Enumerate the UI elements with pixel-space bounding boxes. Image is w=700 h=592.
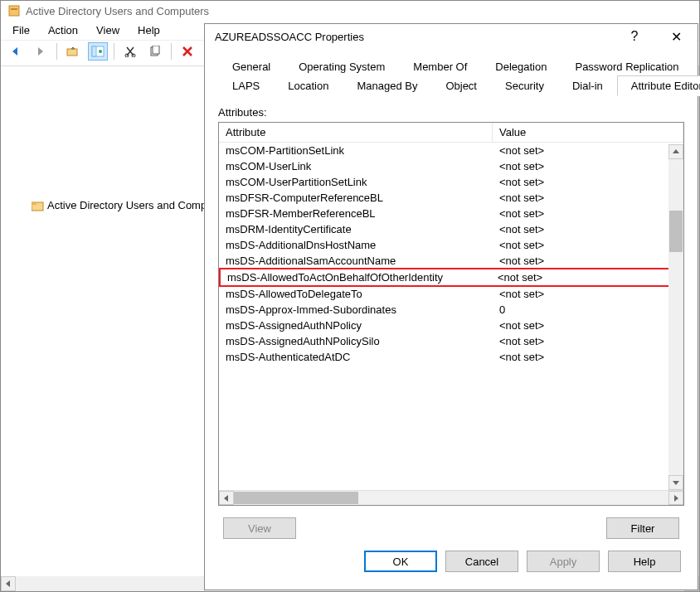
scroll-right-icon[interactable] (668, 491, 683, 505)
attribute-value: <not set> (493, 191, 683, 205)
menu-help[interactable]: Help (129, 22, 168, 38)
up-folder-button[interactable] (63, 42, 83, 61)
close-icon[interactable]: ✕ (664, 29, 688, 45)
attribute-value: <not set> (493, 254, 683, 268)
properties-titlebar: AZUREADSSOACC Properties ? ✕ (205, 24, 698, 50)
svg-rect-0 (9, 6, 19, 16)
attribute-name: msDS-AssignedAuthNPolicySilo (219, 334, 493, 348)
attribute-name: msCOM-PartitionSetLink (219, 143, 493, 158)
toolbar-sep (56, 43, 57, 60)
properties-content: GeneralOperating SystemMember OfDelegati… (205, 50, 698, 584)
ok-button[interactable]: OK (364, 551, 437, 572)
cut-button[interactable] (120, 42, 140, 61)
svg-rect-4 (92, 46, 96, 56)
tab-general[interactable]: General (218, 56, 284, 76)
properties-title-text: AZUREADSSOACC Properties (215, 31, 364, 43)
dialog-button-row: OK Cancel Apply Help (218, 542, 684, 574)
attribute-row[interactable]: msDS-AllowedToDelegateTo<not set> (219, 286, 683, 302)
list-header: Attribute Value (219, 123, 683, 143)
attributes-hscroll[interactable] (219, 490, 683, 505)
properties-dialog: AZUREADSSOACC Properties ? ✕ GeneralOper… (204, 23, 698, 590)
tab-strip: GeneralOperating SystemMember OfDelegati… (218, 56, 684, 96)
attribute-row[interactable]: msDS-AllowedToActOnBehalfOfOtherIdentity… (219, 268, 678, 287)
attribute-value: 0 (493, 303, 683, 317)
list-rows[interactable]: msCOM-PartitionSetLink<not set>msCOM-Use… (219, 143, 683, 490)
attribute-row[interactable]: msCOM-PartitionSetLink<not set> (219, 143, 683, 158)
attribute-row[interactable]: msDS-AdditionalSamAccountName<not set> (219, 253, 683, 269)
aduc-root-icon (32, 200, 45, 211)
aduc-titlebar: Active Directory Users and Computers (1, 1, 699, 21)
scroll-left-icon[interactable] (1, 576, 16, 591)
tab-laps[interactable]: LAPS (218, 75, 274, 96)
aduc-title-text: Active Directory Users and Computers (26, 5, 209, 17)
tab-delegation[interactable]: Delegation (481, 56, 561, 76)
tab-password-replication[interactable]: Password Replication (561, 56, 693, 76)
toolbar-sep2 (114, 43, 114, 60)
hscroll-thumb[interactable] (234, 492, 358, 504)
attribute-row[interactable]: msDFSR-MemberReferenceBL<not set> (219, 206, 683, 221)
toolbar-sep3 (171, 43, 172, 60)
tab-security[interactable]: Security (491, 75, 558, 96)
back-button[interactable] (6, 42, 26, 61)
attribute-row[interactable]: msDRM-IdentityCertificate<not set> (219, 221, 683, 237)
scroll-left-icon[interactable] (219, 491, 234, 505)
svg-rect-11 (32, 202, 36, 205)
menu-action[interactable]: Action (40, 22, 86, 38)
svg-rect-2 (67, 49, 77, 56)
svg-point-5 (99, 50, 102, 53)
list-button-row: View Filter (218, 506, 684, 542)
scroll-down-icon[interactable] (668, 475, 683, 490)
tree-root-label: Active Directory Users and Computers (47, 199, 231, 211)
attribute-value: <not set> (493, 206, 683, 221)
vscroll-thumb[interactable] (669, 211, 683, 252)
apply-button[interactable]: Apply (527, 551, 600, 572)
col-header-attribute[interactable]: Attribute (219, 123, 493, 142)
attributes-label: Attributes: (218, 106, 684, 119)
attribute-row[interactable]: msCOM-UserPartitionSetLink<not set> (219, 174, 683, 190)
attribute-row[interactable]: msDS-Approx-Immed-Subordinates0 (219, 302, 683, 318)
tab-object[interactable]: Object (431, 75, 491, 96)
attribute-name: msDS-AuthenticatedAtDC (219, 350, 493, 364)
attribute-name: msDS-AssignedAuthNPolicy (219, 318, 493, 332)
attribute-value: <not set> (493, 238, 683, 252)
tab-member-of[interactable]: Member Of (399, 56, 481, 76)
attribute-value: <not set> (493, 287, 683, 301)
attribute-row[interactable]: msDFSR-ComputerReferenceBL<not set> (219, 190, 683, 206)
attribute-name: msDS-AllowedToActOnBehalfOfOtherIdentity (221, 270, 491, 284)
help-button[interactable]: Help (608, 551, 681, 572)
tab-managed-by[interactable]: Managed By (343, 75, 431, 96)
filter-button[interactable]: Filter (606, 517, 679, 539)
attributes-list[interactable]: Attribute Value msCOM-PartitionSetLink<n… (218, 122, 684, 506)
app-icon (7, 4, 21, 17)
attribute-row[interactable]: msCOM-UserLink<not set> (219, 158, 683, 174)
tab-operating-system[interactable]: Operating System (284, 56, 399, 76)
tab-location[interactable]: Location (274, 75, 343, 96)
attribute-row[interactable]: msDS-AdditionalDnsHostName<not set> (219, 237, 683, 253)
delete-button[interactable] (177, 42, 197, 61)
attribute-name: msDS-Approx-Immed-Subordinates (219, 303, 493, 317)
attribute-editor-panel: Attributes: Attribute Value msCOM-Partit… (218, 96, 684, 542)
menu-file[interactable]: File (4, 22, 38, 38)
help-icon[interactable]: ? (623, 29, 646, 45)
copy-button[interactable] (145, 42, 165, 61)
attribute-row[interactable]: msDS-AssignedAuthNPolicy<not set> (219, 318, 683, 333)
attributes-vscroll[interactable] (668, 144, 683, 490)
forward-button[interactable] (31, 42, 51, 61)
attribute-row[interactable]: msDS-AssignedAuthNPolicySilo<not set> (219, 333, 683, 349)
tab-attribute-editor[interactable]: Attribute Editor (617, 75, 700, 96)
cancel-button[interactable]: Cancel (445, 551, 518, 572)
view-button[interactable]: View (223, 517, 296, 539)
attribute-name: msDRM-IdentityCertificate (219, 222, 493, 236)
tab-dial-in[interactable]: Dial-in (558, 75, 617, 96)
menu-view[interactable]: View (88, 22, 128, 38)
scroll-up-icon[interactable] (668, 144, 683, 159)
svg-rect-1 (11, 8, 17, 10)
attribute-name: msDS-AllowedToDelegateTo (219, 287, 493, 301)
attribute-value: <not set> (493, 159, 683, 173)
col-header-value[interactable]: Value (493, 123, 683, 142)
hscroll-track[interactable] (358, 491, 668, 505)
show-hide-tree-button[interactable] (88, 42, 108, 61)
svg-rect-9 (153, 46, 159, 54)
attribute-name: msCOM-UserLink (219, 159, 493, 173)
attribute-row[interactable]: msDS-AuthenticatedAtDC<not set> (219, 349, 683, 365)
